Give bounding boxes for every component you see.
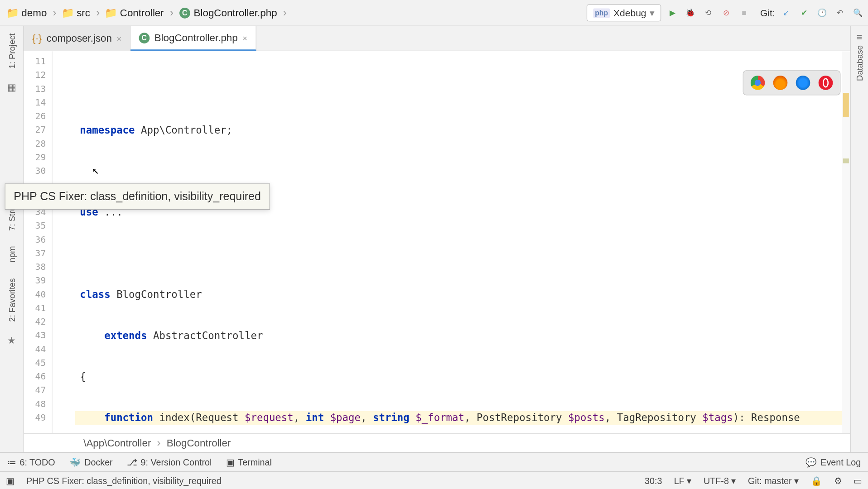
tool-npm[interactable]: npm: [7, 244, 16, 265]
memory-icon[interactable]: ▭: [854, 475, 862, 486]
git-label: Git:: [760, 7, 775, 18]
profile-icon[interactable]: ⊘: [719, 6, 733, 19]
editor-tabs: {·} composer.json × C BlogController.php…: [0, 26, 868, 51]
json-file-icon: {·}: [32, 33, 42, 44]
breadcrumb-label: BlogController.php: [194, 7, 277, 19]
search-icon[interactable]: 🔍: [851, 6, 864, 19]
code-line: extends AbstractController: [75, 329, 850, 342]
firefox-icon[interactable]: [773, 76, 788, 90]
star-icon: ★: [7, 335, 15, 346]
chevron-down-icon: ▾: [731, 475, 736, 486]
stop-icon[interactable]: ■: [738, 6, 751, 19]
folder-icon: 📁: [106, 7, 116, 18]
run-icon[interactable]: ▶: [666, 6, 679, 19]
run-toolbar: php Xdebug ▾ ▶ 🐞 ⟲ ⊘ ■ Git: ↙ ✔ 🕐 ↶ 🔍: [587, 4, 864, 21]
editor-scrollbar[interactable]: [842, 51, 850, 433]
breadcrumb-label: src: [77, 7, 90, 19]
debug-icon[interactable]: 🐞: [684, 6, 697, 19]
tool-favorites[interactable]: 2: Favorites: [7, 276, 16, 324]
git-history-icon[interactable]: 🕐: [815, 6, 829, 19]
git-branch[interactable]: Git: master ▾: [748, 475, 799, 486]
chevron-right-icon: ›: [283, 6, 287, 19]
folder-icon: 📁: [63, 7, 73, 18]
code-content[interactable]: namespace App\Controller; use ... class …: [75, 51, 850, 452]
cursor-position[interactable]: 30:3: [645, 475, 662, 485]
run-config-select[interactable]: php Xdebug ▾: [587, 4, 661, 21]
fold-gutter[interactable]: [53, 51, 75, 452]
tool-event-log[interactable]: 💬Event Log: [805, 457, 861, 468]
code-line-highlighted: function index(Request $request, int $pa…: [75, 411, 850, 425]
warning-marker[interactable]: [843, 158, 849, 163]
chrome-icon[interactable]: [751, 76, 765, 90]
status-message: PHP CS Fixer: class_definition, visibili…: [26, 475, 222, 485]
chevron-down-icon: ▾: [794, 475, 799, 486]
chevron-right-icon: ›: [96, 6, 100, 19]
class-icon: C: [139, 33, 149, 43]
bottom-tool-bar: ≔6: TODO 🐳Docker ⎇9: Version Control ▣Te…: [0, 452, 868, 471]
crumb-class[interactable]: BlogController: [167, 437, 231, 449]
class-icon: C: [179, 7, 190, 18]
code-editor[interactable]: 11 12 13 14 26 27 28 29 30 33 34 35 36 3…: [24, 51, 850, 452]
code-line: [75, 247, 850, 260]
tool-version-control[interactable]: ⎇9: Version Control: [127, 457, 212, 468]
navigation-bar: 📁 demo › 📁 src › 📁 Controller › C BlogCo…: [0, 0, 868, 26]
left-tool-strip: 1: Project ▦ 7: Structure npm 2: Favorit…: [0, 26, 24, 452]
coverage-icon[interactable]: ⟲: [702, 6, 715, 19]
file-encoding[interactable]: UTF-8 ▾: [704, 475, 736, 486]
settings-icon[interactable]: ⚙: [834, 475, 842, 486]
tool-database[interactable]: Database: [854, 43, 864, 83]
git-revert-icon[interactable]: ↶: [834, 6, 847, 19]
xdebug-label: Xdebug: [613, 7, 646, 18]
git-update-icon[interactable]: ↙: [780, 6, 793, 19]
line-separator[interactable]: LF ▾: [674, 475, 692, 486]
status-bar: ▣ PHP CS Fixer: class_definition, visibi…: [0, 471, 868, 489]
php-icon: php: [593, 8, 610, 18]
chevron-right-icon: ›: [170, 6, 174, 19]
tooltip-text: PHP CS Fixer: class_definition, visibili…: [14, 190, 261, 203]
line-number-gutter: 11 12 13 14 26 27 28 29 30 33 34 35 36 3…: [24, 51, 53, 452]
tab-composer-json[interactable]: {·} composer.json ×: [24, 26, 130, 51]
lock-icon[interactable]: 🔒: [811, 475, 822, 486]
tab-label: BlogController.php: [154, 32, 238, 43]
window-icon[interactable]: ▣: [6, 475, 14, 486]
opera-icon[interactable]: [819, 76, 833, 90]
branch-icon: ⎇: [127, 457, 137, 468]
chevron-down-icon: ▾: [687, 475, 692, 486]
code-line: [75, 82, 850, 96]
collapse-icon[interactable]: ▦: [7, 82, 16, 93]
close-icon[interactable]: ×: [117, 34, 122, 43]
terminal-icon: ▣: [226, 457, 234, 468]
chevron-right-icon: ›: [157, 437, 161, 450]
close-icon[interactable]: ×: [242, 33, 247, 43]
open-in-browser-panel: [743, 70, 841, 95]
database-icon[interactable]: ≡: [857, 32, 862, 43]
breadcrumb-controller[interactable]: 📁 Controller: [102, 5, 167, 21]
git-commit-icon[interactable]: ✔: [798, 6, 811, 19]
tab-label: composer.json: [47, 33, 112, 44]
folder-icon: 📁: [7, 7, 18, 18]
crumb-namespace[interactable]: \App\Controller: [83, 437, 151, 449]
breadcrumb-src[interactable]: 📁 src: [59, 5, 94, 21]
breadcrumb-demo[interactable]: 📁 demo: [4, 5, 50, 21]
tool-project[interactable]: 1: Project: [7, 31, 16, 71]
tab-blogcontroller[interactable]: C BlogController.php ×: [130, 26, 256, 51]
chevron-right-icon: ›: [53, 6, 56, 19]
tool-docker[interactable]: 🐳Docker: [69, 457, 112, 468]
chevron-down-icon: ▾: [650, 7, 655, 19]
code-line: namespace App\Controller;: [75, 123, 850, 137]
tool-todo[interactable]: ≔6: TODO: [7, 457, 55, 468]
code-line: [75, 164, 850, 178]
right-tool-strip: ≡ Database: [850, 26, 868, 452]
list-icon: ≔: [7, 457, 16, 468]
code-line: {: [75, 370, 850, 384]
tool-terminal[interactable]: ▣Terminal: [226, 457, 272, 468]
breadcrumb-file[interactable]: C BlogController.php: [176, 5, 280, 21]
bubble-icon: 💬: [805, 457, 817, 468]
breadcrumb-label: demo: [21, 7, 47, 19]
safari-icon[interactable]: [796, 76, 810, 90]
breadcrumb: 📁 demo › 📁 src › 📁 Controller › C BlogCo…: [4, 5, 584, 21]
warning-marker[interactable]: [843, 93, 849, 117]
editor-breadcrumb: \App\Controller › BlogController: [24, 433, 850, 452]
inspection-tooltip: PHP CS Fixer: class_definition, visibili…: [5, 183, 270, 210]
code-line: class BlogController: [75, 288, 850, 302]
